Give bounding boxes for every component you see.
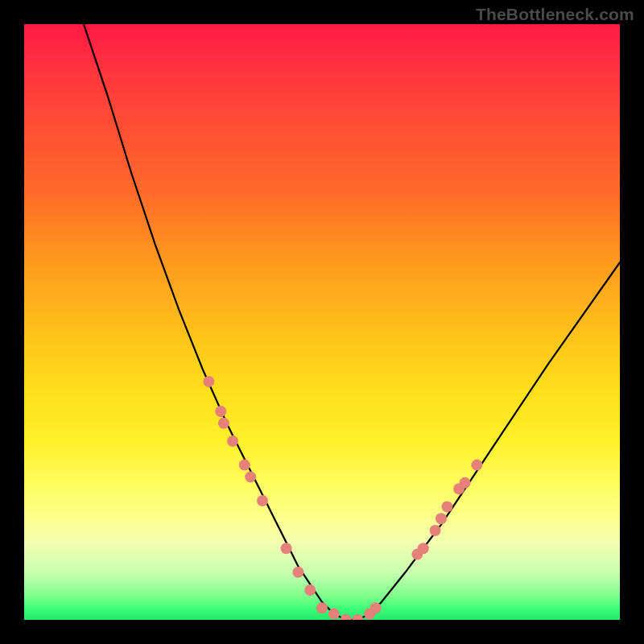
curve-marker — [328, 609, 340, 620]
chart-frame: TheBottleneck.com — [0, 0, 644, 644]
plot-area — [24, 24, 620, 620]
curve-svg — [24, 24, 620, 620]
curve-marker — [471, 460, 482, 471]
curve-markers — [203, 376, 482, 620]
curve-marker — [257, 495, 268, 506]
curve-marker — [292, 567, 303, 578]
curve-marker — [227, 436, 238, 447]
curve-marker — [239, 460, 250, 471]
curve-marker — [418, 543, 429, 554]
curve-marker — [304, 584, 316, 596]
curve-marker — [245, 471, 256, 482]
attribution-text: TheBottleneck.com — [476, 5, 634, 24]
curve-marker — [281, 543, 292, 554]
curve-marker — [441, 501, 452, 512]
curve-marker — [430, 525, 441, 536]
curve-marker — [215, 406, 226, 417]
curve-marker — [352, 614, 363, 620]
curve-marker — [316, 602, 328, 613]
curve-marker — [203, 376, 214, 387]
curve-marker — [218, 418, 229, 429]
curve-marker — [370, 602, 382, 613]
curve-marker — [436, 513, 447, 524]
curve-marker — [460, 477, 471, 489]
curve-marker — [341, 614, 352, 620]
bottleneck-curve — [84, 24, 620, 620]
